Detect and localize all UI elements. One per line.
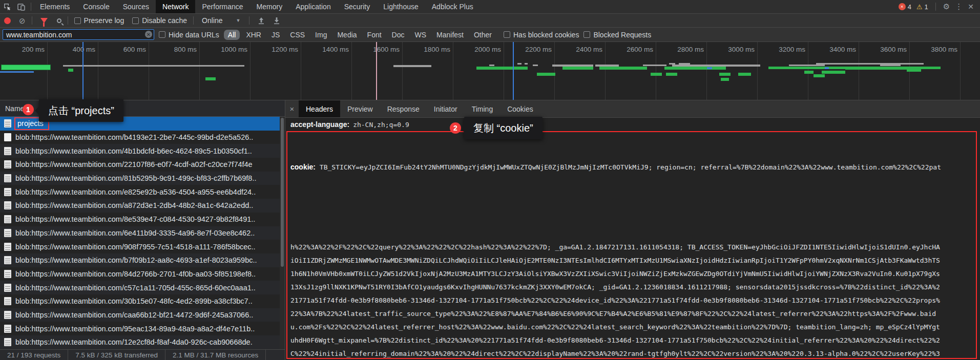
main-tab[interactable]: Lighthouse (377, 0, 425, 13)
console-warning-badge[interactable]: ⚠ 1 (916, 3, 928, 11)
blocked-requests-checkbox[interactable]: Blocked Requests (583, 31, 651, 39)
request-row[interactable]: blob:https://www.teambition.com/a872d3e1… (0, 199, 285, 213)
file-icon (4, 311, 11, 319)
request-row[interactable]: blob:https://www.teambition.com/8e539e47… (0, 213, 285, 226)
device-toolbar-icon[interactable] (17, 3, 26, 11)
request-row[interactable]: blob:https://www.teambition.com/22107f86… (0, 158, 285, 172)
request-name: blob:https://www.teambition.com/84d2766b… (15, 270, 256, 278)
preserve-log-label: Preserve log (84, 16, 124, 25)
console-error-badge[interactable]: × 4 (899, 3, 911, 11)
checkbox[interactable] (583, 31, 590, 38)
header-value: zh-CN,zh;q=0.9 (353, 121, 409, 129)
detail-tab[interactable]: Cookies (500, 100, 540, 117)
close-devtools-icon[interactable]: ✕ (968, 3, 974, 11)
request-row[interactable]: blob:https://www.teambition.com/95eac134… (0, 322, 285, 335)
request-name: blob:https://www.teambition.com/b4193e21… (15, 133, 253, 141)
request-row[interactable]: blob:https://www.teambition.com/908f7955… (0, 240, 285, 253)
record-network-log-button[interactable] (4, 17, 11, 24)
checkbox[interactable] (74, 17, 81, 24)
detail-tab[interactable]: Initiator (427, 100, 465, 117)
waterfall-bar (643, 65, 666, 66)
request-row[interactable]: blob:https://www.teambition.com/81b5295b… (0, 172, 285, 185)
request-row[interactable]: blob:https://www.teambition.com/c57c1a11… (0, 281, 285, 294)
request-row[interactable]: blob:https://www.teambition.com/12e2cf8d… (0, 335, 285, 349)
waterfall-bar (525, 63, 528, 65)
request-row[interactable]: blob:https://www.teambition.com/e825e92b… (0, 185, 285, 199)
cookie-value-line: 13XsJ1zg9llNXK1KPNwT51RY0I3bAfCO1yaudgs6… (290, 281, 976, 294)
request-name: blob:https://www.teambition.com/caa66b12… (15, 311, 253, 319)
main-tab[interactable]: Security (338, 0, 377, 13)
resource-type-chip[interactable]: Doc (388, 30, 409, 40)
detail-tabbar: × HeadersPreviewResponseInitiatorTimingC… (285, 100, 980, 118)
main-tab[interactable]: Adblock Plus (425, 0, 480, 13)
resource-type-chip[interactable]: XHR (242, 30, 265, 40)
timeline-tick-label: 3600 ms (880, 46, 907, 53)
detail-tab[interactable]: Preview (340, 100, 380, 117)
clear-filter-icon[interactable]: ✕ (145, 31, 152, 38)
resource-type-chip[interactable]: JS (267, 30, 284, 40)
requests-scrollbar[interactable] (280, 117, 285, 349)
filter-input[interactable] (3, 29, 154, 40)
waterfall-bar (63, 65, 244, 67)
main-tab[interactable]: Elements (33, 0, 76, 13)
waterfall-bar (664, 67, 726, 70)
request-name: blob:https://www.teambition.com/81b5295b… (15, 174, 256, 182)
disable-cache-label: Disable cache (142, 16, 187, 25)
clear-network-log-icon[interactable]: ⊘ (19, 17, 26, 25)
cookie-header-value[interactable]: cookie: TB_STICKY=eyJpZCI6ImFub24tY2NhMT… (286, 131, 977, 359)
request-row[interactable]: blob:https://www.teambition.com/6e411b9d… (0, 226, 285, 240)
main-tab[interactable]: Sources (116, 0, 156, 13)
main-tab[interactable]: Performance (195, 0, 249, 13)
request-row[interactable]: blob:https://www.teambition.com/b7f09b12… (0, 253, 285, 267)
checkbox[interactable] (159, 31, 165, 38)
has-blocked-cookies-checkbox[interactable]: Has blocked cookies (504, 31, 579, 39)
hide-data-urls-checkbox[interactable]: Hide data URLs (159, 31, 219, 39)
throttling-dropdown[interactable]: Online ▼ (200, 16, 242, 25)
request-row[interactable]: blob:https://www.teambition.com/b4193e21… (0, 131, 285, 144)
detail-tab[interactable]: Response (380, 100, 427, 117)
resource-type-chips: AllXHRJSCSSImgMediaFontDocWSManifestOthe… (224, 30, 496, 40)
checkbox[interactable] (132, 17, 139, 24)
export-har-icon[interactable] (273, 17, 280, 25)
resource-type-chip[interactable]: Manifest (432, 30, 468, 40)
scrollbar-thumb[interactable] (281, 118, 284, 267)
request-row[interactable]: blob:https://www.teambition.com/84d2766b… (0, 267, 285, 281)
import-har-icon[interactable] (258, 17, 265, 25)
checkbox[interactable] (504, 31, 510, 38)
timeline-tick-label: 3800 ms (931, 46, 957, 53)
waterfall-bar (814, 74, 825, 77)
close-detail-icon[interactable]: × (285, 100, 299, 117)
waterfall-bar (476, 67, 528, 70)
request-row[interactable]: blob:https://www.teambition.com/4b1bdcfd… (0, 144, 285, 158)
more-options-kebab-icon[interactable]: ⋮ (955, 2, 963, 11)
main-tab[interactable]: Console (76, 0, 116, 13)
requests-list: projects blob:https://www.teambition.com… (0, 117, 285, 349)
status-bar-item: 21 / 193 requests (0, 350, 68, 360)
detail-tab[interactable]: Timing (465, 100, 501, 117)
request-name: blob:https://www.teambition.com/8e539e47… (15, 215, 255, 223)
request-name: blob:https://www.teambition.com/95eac134… (15, 325, 255, 333)
main-tab[interactable]: Application (289, 0, 338, 13)
inspect-element-icon[interactable] (3, 3, 12, 11)
resource-type-chip[interactable]: CSS (286, 30, 309, 40)
settings-gear-icon[interactable]: ⚙ (943, 2, 950, 11)
request-row[interactable]: blob:https://www.teambition.com/caa66b12… (0, 308, 285, 322)
resource-type-chip[interactable]: Img (311, 30, 331, 40)
filter-funnel-icon[interactable] (40, 18, 48, 23)
waterfall-bar (651, 73, 662, 76)
resource-type-chip[interactable]: Media (333, 30, 361, 40)
search-icon[interactable] (57, 18, 61, 23)
waterfall-bar (789, 65, 825, 66)
timeline-tick-label: 2800 ms (677, 46, 704, 53)
request-row[interactable]: blob:https://www.teambition.com/30b15e07… (0, 294, 285, 308)
resource-type-chip[interactable]: WS (411, 30, 431, 40)
detail-tab[interactable]: Headers (299, 100, 340, 117)
resource-type-chip[interactable]: Font (363, 30, 386, 40)
network-overview-timeline[interactable]: 200 ms 400 ms 600 ms 800 ms (0, 42, 980, 100)
main-tab[interactable]: Memory (250, 0, 289, 13)
disable-cache-checkbox[interactable]: Disable cache (132, 16, 187, 25)
resource-type-chip[interactable]: All (224, 30, 240, 40)
resource-type-chip[interactable]: Other (470, 30, 496, 40)
preserve-log-checkbox[interactable]: Preserve log (74, 16, 124, 25)
main-tab[interactable]: Network (156, 0, 195, 13)
